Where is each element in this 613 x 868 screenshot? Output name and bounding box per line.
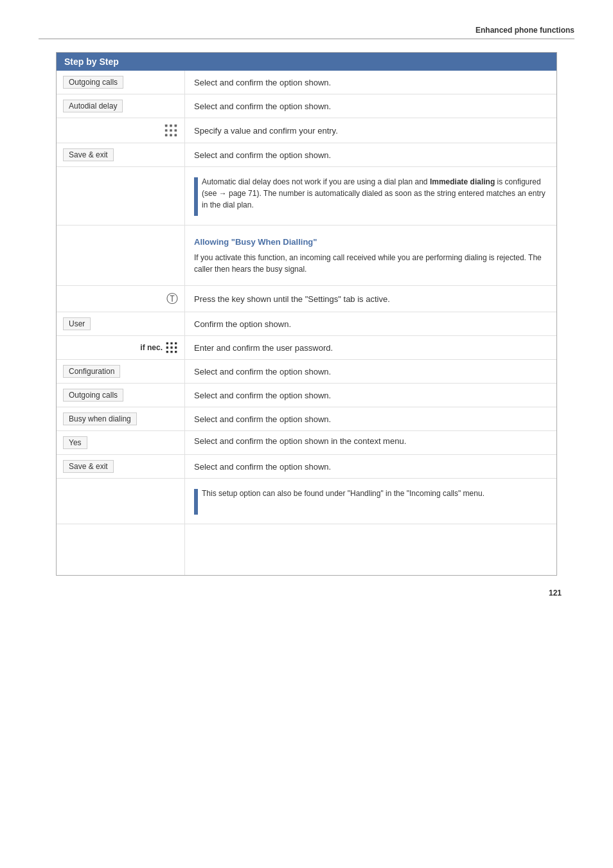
left-press-key: Ⓣ [57, 286, 185, 312]
row-busy-when-dialing: Busy when dialing Select and confirm the… [57, 407, 556, 431]
svg-rect-17 [175, 351, 177, 353]
row-press-key: Ⓣ Press the key shown until the "Setting… [57, 286, 556, 312]
left-configuration: Configuration [57, 360, 185, 383]
page-title: Enhanced phone functions [475, 26, 574, 35]
settings-key-icon: Ⓣ [166, 291, 178, 306]
row-save-exit-2: Save & exit Select and confirm the optio… [57, 455, 556, 479]
menu-autodial-delay[interactable]: Autodial delay [63, 100, 123, 112]
left-ifnec: if nec. [57, 336, 185, 359]
right-section: Allowing "Busy When Dialling" If you act… [185, 226, 556, 285]
menu-yes[interactable]: Yes [63, 436, 87, 449]
row-keypad-entry: Specify a value and confirm your entry. [57, 118, 556, 143]
menu-outgoing-calls-1[interactable]: Outgoing calls [63, 76, 123, 89]
left-autodial-delay: Autodial delay [57, 94, 185, 118]
right-save-exit-2: Select and confirm the option shown. [185, 455, 556, 478]
note-bar-2 [194, 489, 198, 515]
left-outgoing-calls-1: Outgoing calls [57, 71, 185, 94]
menu-busy-when-dialing[interactable]: Busy when dialing [63, 412, 137, 425]
left-save-exit-1: Save & exit [57, 143, 185, 166]
empty-left [57, 524, 185, 575]
svg-rect-5 [175, 129, 177, 132]
row-ifnec: if nec. Enter and confirm the [57, 336, 556, 360]
keypad-icon [164, 123, 178, 137]
note-text-2: This setup option can also be found unde… [202, 488, 484, 499]
page-number: 121 [39, 589, 574, 598]
note-block-1: Automatic dial delay does not work if yo… [194, 172, 547, 220]
step-by-step-header: Step by Step [57, 53, 556, 71]
left-busy-when-dialing: Busy when dialing [57, 407, 185, 430]
note-block-2: This setup option can also be found unde… [194, 484, 484, 518]
left-section-title [57, 226, 185, 285]
svg-rect-2 [175, 125, 177, 127]
row-outgoing-calls-1: Outgoing calls Select and confirm the op… [57, 71, 556, 94]
left-keypad [57, 118, 185, 143]
menu-save-exit-1[interactable]: Save & exit [63, 148, 114, 161]
main-content-box: Step by Step Outgoing calls Select and c… [56, 52, 557, 576]
ifnec-keypad-icon [165, 341, 178, 354]
row-configuration: Configuration Select and confirm the opt… [57, 360, 556, 384]
svg-rect-1 [170, 125, 172, 127]
right-keypad: Specify a value and confirm your entry. [185, 118, 556, 143]
svg-rect-12 [166, 346, 168, 348]
svg-rect-7 [170, 134, 172, 137]
right-user: Confirm the option shown. [185, 312, 556, 335]
note-bar-1 [194, 177, 198, 216]
svg-rect-11 [175, 342, 177, 344]
left-note-1 [57, 167, 185, 225]
row-note-1: Automatic dial delay does not work if yo… [57, 167, 556, 226]
left-yes: Yes [57, 431, 185, 454]
empty-right [185, 524, 556, 575]
page-header: Enhanced phone functions [39, 26, 574, 39]
right-outgoing-calls-2: Select and confirm the option shown. [185, 384, 556, 407]
menu-outgoing-calls-2[interactable]: Outgoing calls [63, 389, 123, 402]
svg-rect-0 [165, 125, 168, 127]
right-press-key: Press the key shown until the "Settings"… [185, 286, 556, 312]
menu-save-exit-2[interactable]: Save & exit [63, 460, 114, 473]
right-configuration: Select and confirm the option shown. [185, 360, 556, 383]
section-title: Allowing "Busy When Dialling" [194, 231, 547, 249]
note-text-1: Automatic dial delay does not work if yo… [202, 176, 547, 211]
row-save-exit-1: Save & exit Select and confirm the optio… [57, 143, 556, 167]
row-section-title: Allowing "Busy When Dialling" If you act… [57, 226, 556, 286]
left-user: User [57, 312, 185, 335]
svg-rect-4 [170, 129, 172, 132]
svg-rect-16 [170, 351, 172, 353]
svg-rect-14 [175, 346, 177, 348]
left-note-2 [57, 479, 185, 524]
svg-rect-8 [175, 134, 177, 137]
page-container: Enhanced phone functions Step by Step Ou… [0, 0, 613, 868]
ifnec-label: if nec. [140, 341, 178, 354]
right-yes: Select and confirm the option shown in t… [185, 431, 556, 454]
right-outgoing-calls-1: Select and confirm the option shown. [185, 71, 556, 94]
row-note-2: This setup option can also be found unde… [57, 479, 556, 524]
section-desc: If you activate this function, an incomi… [194, 249, 547, 280]
right-save-exit-1: Select and confirm the option shown. [185, 143, 556, 166]
svg-rect-6 [165, 134, 168, 137]
empty-space [57, 524, 556, 575]
row-yes: Yes Select and confirm the option shown … [57, 431, 556, 455]
svg-rect-15 [166, 351, 168, 353]
svg-rect-13 [170, 346, 172, 348]
right-note-2: This setup option can also be found unde… [185, 479, 556, 524]
row-outgoing-calls-2: Outgoing calls Select and confirm the op… [57, 384, 556, 407]
right-busy-when-dialing: Select and confirm the option shown. [185, 407, 556, 430]
row-user: User Confirm the option shown. [57, 312, 556, 336]
svg-rect-9 [166, 342, 168, 344]
svg-rect-3 [165, 129, 168, 132]
svg-rect-10 [170, 342, 172, 344]
right-ifnec: Enter and confirm the user password. [185, 336, 556, 359]
left-outgoing-calls-2: Outgoing calls [57, 384, 185, 407]
right-note-1: Automatic dial delay does not work if yo… [185, 167, 556, 225]
menu-user[interactable]: User [63, 317, 91, 330]
menu-configuration[interactable]: Configuration [63, 365, 120, 378]
right-autodial-delay: Select and confirm the option shown. [185, 94, 556, 118]
row-autodial-delay: Autodial delay Select and confirm the op… [57, 94, 556, 118]
left-save-exit-2: Save & exit [57, 455, 185, 478]
